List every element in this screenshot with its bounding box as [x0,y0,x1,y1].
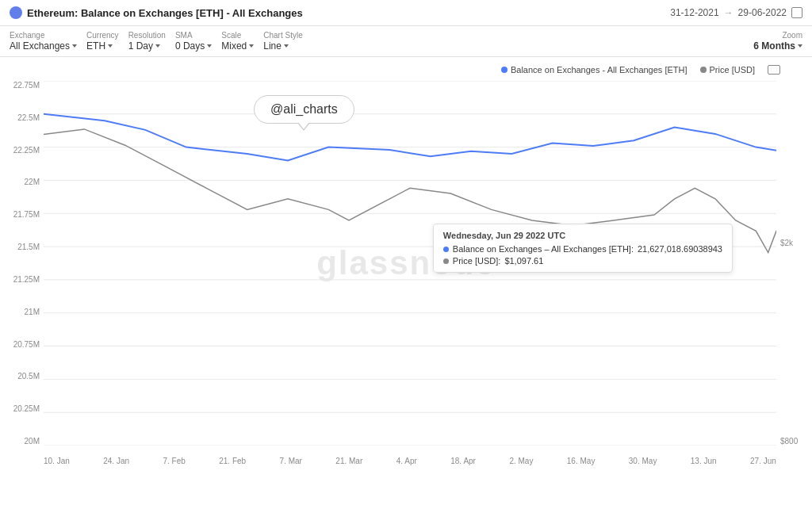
legend-gray-label: Price [USD] [710,65,755,75]
sma-select[interactable]: 0 Days [175,40,212,52]
y-label-left: 21.75M [13,210,40,219]
exchange-selector: Exchange All Exchanges [10,31,77,52]
tooltip-gray-dot [443,258,449,264]
y-axis-right: $2k$800 [776,81,812,446]
x-label: 24. Jan [103,457,129,465]
legend-gray-dot [700,67,707,73]
tooltip-balance-value: 21,627,018.69038943 [638,244,722,254]
x-axis: 10. Jan24. Jan7. Feb21. Feb7. Mar21. Mar… [44,457,776,465]
tooltip-price-row: Price [USD]: $1,097.61 [443,256,722,266]
sma-selector: SMA 0 Days [175,31,212,52]
sma-label: SMA [175,31,212,40]
eth-icon [10,6,22,19]
x-label: 4. Apr [396,457,417,465]
x-label: 10. Jan [44,457,70,465]
zoom-select[interactable]: 6 Months [753,40,802,52]
legend-blue-label: Balance on Exchanges - All Exchanges [ET… [511,65,688,75]
y-label-left: 21.5M [17,243,40,251]
legend-blue-dot [501,67,508,73]
scale-select[interactable]: Mixed [221,40,254,52]
y-axis-left: 22.75M22.5M22.25M22M21.75M21.5M21.25M21M… [0,81,44,446]
y-label-right: $2k [780,239,793,247]
y-label-right: $800 [780,437,798,446]
chart-style-select[interactable]: Line [263,40,302,52]
y-label-left: 20.25M [13,404,40,413]
title-text: Ethereum: Balance on Exchanges [ETH] - A… [27,7,303,19]
scale-chevron-icon [249,44,254,48]
chart-tooltip: Wednesday, Jun 29 2022 UTC Balance on Ex… [433,224,733,273]
x-label: 18. Apr [450,457,476,465]
tooltip-date: Wednesday, Jun 29 2022 UTC [443,231,722,240]
tooltip-blue-dot [443,247,449,252]
calendar-icon[interactable] [791,7,802,18]
scale-selector: Scale Mixed [221,31,254,52]
attribution-bubble: @ali_charts [254,95,354,124]
tooltip-price-value: $1,097.61 [504,256,543,266]
date-end: 29-06-2022 [738,7,787,18]
scale-label: Scale [221,31,254,40]
zoom-label: Zoom [782,31,802,40]
legend-blue: Balance on Exchanges - All Exchanges [ET… [501,65,688,75]
date-arrow: → [724,7,733,18]
y-label-left: 20.75M [13,340,40,349]
x-label: 2. May [509,457,533,465]
currency-chevron-icon [108,44,113,48]
x-label: 30. May [629,457,657,465]
chart-legend: Balance on Exchanges - All Exchanges [ET… [501,65,780,75]
chart-style-selector: Chart Style Line [263,31,302,52]
resolution-select[interactable]: 1 Day [128,40,166,52]
x-label: 27. Jun [750,457,776,465]
y-label-left: 22.5M [17,113,40,122]
chart-style-chevron-icon [284,44,289,48]
y-label-left: 22.75M [13,81,40,90]
page-title: Ethereum: Balance on Exchanges [ETH] - A… [10,6,303,19]
x-label: 7. Mar [280,457,302,465]
zoom-chevron-icon [798,44,802,48]
resolution-selector: Resolution 1 Day [128,31,166,52]
currency-selector: Currency ETH [86,31,119,52]
date-start: 31-12-2021 [670,7,718,18]
resolution-label: Resolution [128,31,166,40]
toolbar: Exchange All Exchanges Currency ETH Reso… [0,26,812,57]
x-label: 13. Jun [691,457,717,465]
tooltip-balance-label: Balance on Exchanges – All Exchanges [ET… [453,244,634,254]
currency-select[interactable]: ETH [86,40,119,52]
exchange-label: Exchange [10,31,77,40]
sma-chevron-icon [207,44,212,48]
y-label-left: 21.25M [13,275,40,284]
chart-container: Balance on Exchanges - All Exchanges [ET… [0,57,812,469]
y-label-left: 20M [25,437,40,446]
resolution-chevron-icon [155,44,160,48]
y-label-left: 22M [25,178,40,186]
x-label: 21. Mar [335,457,362,465]
exchange-select[interactable]: All Exchanges [10,40,77,52]
x-label: 21. Feb [219,457,246,465]
screenshot-icon[interactable] [768,65,780,75]
chart-style-label: Chart Style [263,31,302,40]
y-label-left: 22.25M [13,146,40,155]
exchange-chevron-icon [72,44,77,48]
header: Ethereum: Balance on Exchanges [ETH] - A… [0,0,812,26]
y-label-left: 20.5M [17,372,40,381]
currency-label: Currency [86,31,119,40]
tooltip-balance-row: Balance on Exchanges – All Exchanges [ET… [443,244,722,254]
zoom-selector: Zoom 6 Months [753,31,802,52]
date-range: 31-12-2021 → 29-06-2022 [670,7,802,18]
tooltip-price-label: Price [USD]: [453,256,501,266]
x-label: 16. May [567,457,596,465]
legend-gray: Price [USD] [700,65,755,75]
x-label: 7. Feb [163,457,185,465]
y-label-left: 21M [25,308,40,316]
